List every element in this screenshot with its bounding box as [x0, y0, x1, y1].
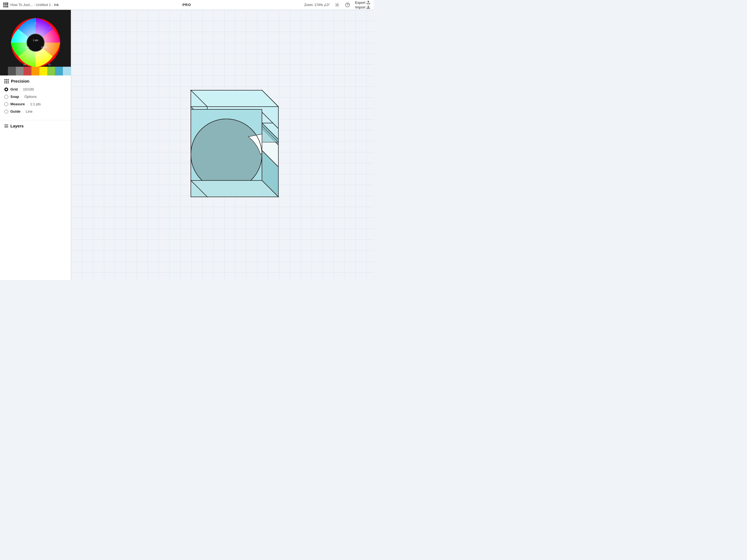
swatch-gray[interactable]	[16, 67, 24, 75]
topbar-left: How To Just... › Untitled 1 › Ink	[3, 2, 182, 7]
layers-header: Layers	[4, 124, 67, 128]
3d-shape-container: .face-top { fill: #c8f0f4; stroke: #2a2a…	[147, 74, 284, 216]
color-swatch-bar	[0, 67, 71, 75]
snap-row: Snap · Options	[4, 95, 67, 99]
swatch-green[interactable]	[47, 67, 55, 75]
pro-badge: PRO	[182, 3, 191, 7]
precision-panel: Precision Grid · 10/100 Snap · Options M…	[0, 75, 71, 120]
svg-point-34	[191, 120, 261, 189]
left-panel: 1 pts 0% 100% 2 120 40 20 1	[0, 10, 71, 280]
svg-text:0%: 0%	[25, 46, 29, 49]
swatch-orange[interactable]	[31, 67, 40, 75]
svg-text:100%: 100%	[41, 46, 47, 49]
snap-radio[interactable]	[4, 95, 8, 99]
precision-grid-icon	[4, 79, 9, 83]
snap-value[interactable]: Options	[24, 95, 36, 99]
color-wheel[interactable]: 1 pts 0% 100% 2 120 40 20 1	[9, 17, 61, 69]
breadcrumb-item1[interactable]: How To Just...	[10, 3, 32, 7]
measure-radio[interactable]	[4, 102, 8, 106]
grid-label[interactable]: Grid	[10, 87, 18, 91]
hamburger-icon	[4, 124, 8, 127]
grid-value: 10/100	[23, 87, 34, 91]
export-label: Export	[355, 1, 365, 5]
precision-header: Precision	[4, 79, 67, 83]
measure-row: Measure · 1:1 pts	[4, 102, 67, 106]
breadcrumb-item2[interactable]: Untitled 1	[36, 3, 51, 7]
svg-text:120: 120	[18, 31, 22, 34]
export-import-area: Export Import	[355, 1, 370, 9]
export-button[interactable]: Export	[355, 1, 370, 5]
settings-icon[interactable]	[334, 2, 340, 8]
breadcrumb-sep2: ›	[52, 3, 53, 6]
grid-radio[interactable]	[4, 87, 8, 91]
breadcrumb-item3[interactable]: Ink	[54, 3, 59, 7]
svg-point-0	[337, 4, 338, 5]
topbar: How To Just... › Untitled 1 › Ink PRO Zo…	[0, 0, 374, 10]
canvas-area[interactable]: .face-top { fill: #c8f0f4; stroke: #2a2a…	[71, 10, 374, 280]
svg-text:2: 2	[35, 22, 36, 25]
topbar-right: Zoom: 174% ∠0° Export	[191, 1, 370, 9]
guide-value: Line	[26, 109, 32, 113]
measure-label[interactable]: Measure	[10, 102, 25, 106]
swatch-yellow[interactable]	[40, 67, 47, 75]
svg-text:40: 40	[23, 63, 26, 66]
zoom-label: Zoom: 174% ∠0°	[304, 3, 330, 7]
apps-icon[interactable]	[3, 2, 8, 7]
swatch-red[interactable]	[24, 67, 31, 75]
svg-point-7	[27, 34, 44, 51]
breadcrumb-sep1: ›	[34, 3, 35, 6]
swatch-darkgray[interactable]	[8, 67, 16, 75]
layers-section: Layers	[0, 120, 71, 131]
swatch-black[interactable]	[0, 67, 8, 75]
color-wheel-area[interactable]: 1 pts 0% 100% 2 120 40 20 1	[0, 10, 71, 75]
import-label: Import	[355, 5, 365, 9]
snap-label[interactable]: Snap	[10, 95, 19, 99]
svg-text:1: 1	[49, 26, 51, 29]
guide-row: Guide · Line	[4, 109, 67, 113]
import-button[interactable]: Import	[355, 5, 370, 9]
swatch-lightblue[interactable]	[63, 67, 71, 75]
svg-text:20: 20	[48, 63, 50, 66]
guide-label[interactable]: Guide	[10, 109, 21, 113]
measure-value: 1:1 pts	[30, 102, 41, 106]
help-icon[interactable]	[344, 2, 351, 8]
breadcrumb: How To Just... › Untitled 1 › Ink	[10, 3, 59, 7]
layers-title: Layers	[10, 124, 24, 128]
guide-radio[interactable]	[4, 110, 8, 113]
3d-shape-svg: .face-top { fill: #c8f0f4; stroke: #2a2a…	[147, 74, 284, 216]
swatch-blue[interactable]	[55, 67, 63, 75]
svg-text:1 pts: 1 pts	[33, 39, 38, 42]
precision-title: Precision	[11, 79, 29, 83]
grid-row: Grid · 10/100	[4, 87, 67, 91]
